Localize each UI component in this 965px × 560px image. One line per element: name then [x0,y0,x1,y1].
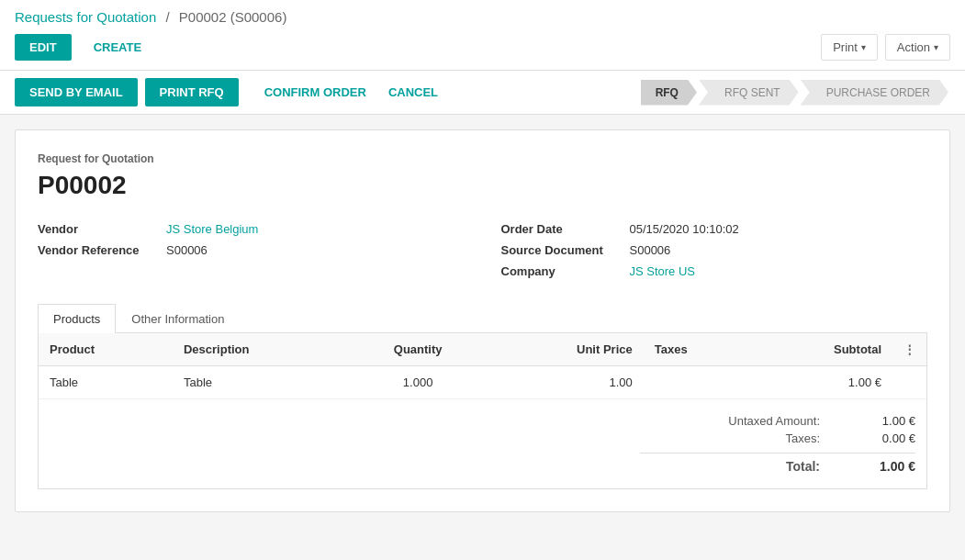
fields-right: Order Date 05/15/2020 10:10:02 Source Do… [501,218,928,282]
col-description: Description [173,333,348,366]
products-table: Product Description Quantity Unit Price … [39,333,926,399]
vendor-ref-value: S00006 [166,243,208,257]
fields-left: Vendor JS Store Belgium Vendor Reference… [38,218,465,282]
confirm-order-button[interactable]: CONFIRM ORDER [253,78,377,106]
total-value: 1.00 € [842,459,915,474]
source-doc-label: Source Document [501,243,630,257]
company-row: Company JS Store US [501,261,928,282]
action-button[interactable]: Action ▾ [885,34,950,61]
cell-quantity: 1.000 [348,366,488,399]
cell-product: Table [39,366,173,399]
vendor-ref-label: Vendor Reference [38,243,166,257]
totals-section: Untaxed Amount: 1.00 € Taxes: 0.00 € Tot… [39,399,926,488]
cell-taxes [644,366,754,399]
vendor-label: Vendor [38,222,166,236]
untaxed-value: 1.00 € [842,414,915,428]
step-rfq-sent[interactable]: RFQ SENT [699,80,799,106]
table-section: Product Description Quantity Unit Price … [38,333,927,489]
main-content: Request for Quotation P00002 Vendor JS S… [15,129,950,512]
cancel-button[interactable]: CANCEL [377,78,449,106]
cell-unit-price: 1.00 [488,366,644,399]
action-label: Action [897,40,930,54]
vendor-value[interactable]: JS Store Belgium [166,222,258,236]
col-options[interactable]: ⋮ [892,333,926,366]
table-header-row: Product Description Quantity Unit Price … [39,333,926,366]
order-date-row: Order Date 05/15/2020 10:10:02 [501,218,928,240]
breadcrumb-current: P00002 (S00006) [179,9,287,25]
edit-button[interactable]: EDIT [15,34,72,61]
fields-grid: Vendor JS Store Belgium Vendor Reference… [38,218,927,282]
workflow-steps: RFQ RFQ SENT PURCHASE ORDER [641,80,950,106]
order-date-value: 05/15/2020 10:10:02 [630,222,739,236]
cell-description: Table [173,366,348,399]
company-value[interactable]: JS Store US [630,264,696,278]
print-rfq-button[interactable]: PRINT RFQ [145,78,239,106]
action-bar: EDIT CREATE Print ▾ Action ▾ [15,34,950,61]
breadcrumb-parent[interactable]: Requests for Quotation [15,9,156,25]
taxes-value: 0.00 € [842,431,915,445]
grand-total-row: Total: 1.00 € [640,453,915,474]
company-label: Company [501,264,630,278]
untaxed-label: Untaxed Amount: [673,414,820,428]
col-taxes: Taxes [644,333,754,366]
total-label: Total: [673,459,820,474]
tab-other-information[interactable]: Other Information [116,304,240,333]
col-quantity: Quantity [348,333,488,366]
untaxed-amount-row: Untaxed Amount: 1.00 € [640,414,915,428]
taxes-label: Taxes: [673,431,820,445]
table-row[interactable]: Table Table 1.000 1.00 1.00 € [39,366,926,399]
source-doc-value: S00006 [630,243,671,257]
create-button[interactable]: CREATE [79,34,156,61]
order-date-label: Order Date [501,222,630,236]
tab-products[interactable]: Products [38,304,116,333]
vendor-ref-row: Vendor Reference S00006 [38,240,465,261]
doc-number: P00002 [38,171,927,200]
workflow-bar: SEND BY EMAIL PRINT RFQ CONFIRM ORDER CA… [0,71,965,115]
breadcrumb: Requests for Quotation / P00002 (S00006) [15,9,950,25]
print-label: Print [833,40,858,54]
breadcrumb-separator: / [165,9,169,25]
action-dropdown-arrow: ▾ [934,42,938,52]
col-unit-price: Unit Price [488,333,644,366]
top-bar: Requests for Quotation / P00002 (S00006)… [0,0,965,71]
col-product: Product [39,333,173,366]
cell-subtotal: 1.00 € [753,366,892,399]
step-rfq[interactable]: RFQ [641,80,697,106]
print-dropdown-arrow: ▾ [861,42,866,52]
doc-label: Request for Quotation [38,152,927,165]
tabs: Products Other Information [38,304,927,333]
print-button[interactable]: Print ▾ [821,34,878,61]
taxes-row: Taxes: 0.00 € [640,431,915,445]
col-subtotal: Subtotal [753,333,892,366]
source-doc-row: Source Document S00006 [501,240,928,261]
send-by-email-button[interactable]: SEND BY EMAIL [15,78,138,106]
step-purchase-order[interactable]: PURCHASE ORDER [801,80,948,106]
cell-row-options [892,366,926,399]
vendor-row: Vendor JS Store Belgium [38,218,465,240]
